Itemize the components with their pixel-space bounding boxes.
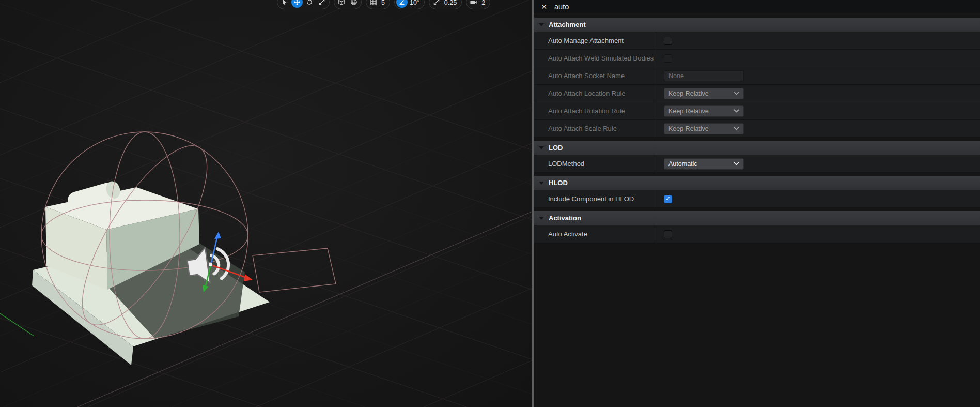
auto-attach-scale-rule-dropdown[interactable]: Keep Relative: [664, 123, 744, 134]
property-value: Keep Relative: [656, 120, 980, 137]
scale-tool-button[interactable]: [316, 0, 328, 8]
auto-attach-location-rule-dropdown[interactable]: Keep Relative: [664, 88, 744, 99]
rotation-snap-toggle-button[interactable]: [396, 0, 408, 8]
property-row-include-component-in-hlod: Include Component in HLOD✓: [534, 190, 980, 208]
property-value: Automatic: [656, 155, 980, 172]
section-attachment: AttachmentAuto Manage AttachmentAuto Att…: [534, 18, 980, 138]
unreal-editor-window: 510°0.252 ✕ AttachmentAuto Manage Attach…: [0, 0, 980, 407]
transform-tools-group: [277, 0, 330, 9]
grid-snap-value[interactable]: 5: [380, 0, 388, 6]
viewport-3d[interactable]: 510°0.252: [0, 0, 532, 407]
property-row-auto-manage-attachment: Auto Manage Attachment: [534, 32, 980, 50]
section-header-hlod[interactable]: HLOD: [534, 176, 980, 190]
section-header-attachment[interactable]: Attachment: [534, 18, 980, 32]
grid-snap-group: 5: [366, 0, 390, 9]
section-header-lod[interactable]: LOD: [534, 141, 980, 155]
property-value: ✓: [656, 190, 980, 207]
world-space-toggle-button[interactable]: [348, 0, 360, 8]
property-label: Auto Attach Weld Simulated Bodies: [534, 50, 656, 67]
camera-speed-button[interactable]: [468, 0, 479, 8]
details-search-input[interactable]: [554, 3, 975, 11]
section-lod: LODLODMethodAutomatic: [534, 141, 980, 173]
camera-speed-value[interactable]: 2: [480, 0, 488, 6]
property-label: Include Component in HLOD: [534, 190, 656, 207]
rotation-snap-value[interactable]: 10°: [409, 0, 423, 6]
rotation-snap-group: 10°: [394, 0, 425, 9]
details-search-bar: ✕: [534, 0, 980, 13]
property-row-auto-attach-rotation-rule: Auto Attach Rotation RuleKeep Relative: [534, 102, 980, 120]
property-label: Auto Attach Scale Rule: [534, 120, 656, 137]
scale-snap-toggle-button[interactable]: [431, 0, 442, 8]
property-label: Auto Attach Rotation Rule: [534, 102, 656, 119]
auto-manage-attachment-checkbox[interactable]: [664, 37, 672, 45]
property-row-auto-attach-location-rule: Auto Attach Location RuleKeep Relative: [534, 85, 980, 102]
scale-snap-group: 0.25: [429, 0, 462, 9]
select-tool-button[interactable]: [279, 0, 290, 8]
property-row-auto-attach-socket-name: Auto Attach Socket NameNone: [534, 67, 980, 85]
auto-attach-rotation-rule-dropdown[interactable]: Keep Relative: [664, 105, 744, 117]
move-tool-button[interactable]: [291, 0, 303, 8]
property-label: Auto Manage Attachment: [534, 32, 656, 49]
collapse-arrow-icon: [539, 182, 544, 185]
chevron-down-icon: [734, 92, 739, 95]
property-row-lodmethod: LODMethodAutomatic: [534, 155, 980, 173]
snap-space-group: [334, 0, 362, 9]
section-activation: ActivationAuto Activate: [534, 211, 980, 243]
property-sections: AttachmentAuto Manage AttachmentAuto Att…: [534, 18, 980, 243]
include-component-in-hlod-checkbox[interactable]: ✓: [664, 195, 672, 203]
dropdown-value: Automatic: [668, 160, 697, 168]
auto-activate-checkbox[interactable]: [664, 230, 672, 238]
chevron-down-icon: [734, 162, 739, 165]
dropdown-value: Keep Relative: [668, 90, 709, 97]
chevron-down-icon: [734, 109, 739, 113]
auto-attach-socket-name-field[interactable]: None: [664, 70, 744, 81]
section-title: HLOD: [549, 179, 568, 187]
section-title: Activation: [549, 214, 581, 222]
lodmethod-dropdown[interactable]: Automatic: [664, 158, 744, 170]
property-row-auto-attach-scale-rule: Auto Attach Scale RuleKeep Relative: [534, 120, 980, 138]
auto-attach-weld-simulated-bodies-checkbox[interactable]: [664, 54, 672, 63]
property-value: Keep Relative: [656, 102, 980, 119]
clear-search-icon[interactable]: ✕: [539, 3, 549, 10]
surface-snapping-button[interactable]: [336, 0, 347, 8]
section-header-activation[interactable]: Activation: [534, 211, 980, 225]
collapse-arrow-icon: [539, 23, 544, 26]
collapse-arrow-icon: [539, 217, 544, 220]
details-panel: ✕ AttachmentAuto Manage AttachmentAuto A…: [534, 0, 980, 407]
property-label: Auto Attach Location Rule: [534, 85, 656, 102]
property-label: Auto Activate: [534, 225, 656, 243]
section-title: Attachment: [549, 21, 586, 28]
grid-snap-toggle-button[interactable]: [368, 0, 379, 8]
gizmo-center-handle[interactable]: [209, 263, 212, 266]
dropdown-value: Keep Relative: [668, 125, 709, 132]
property-label: LODMethod: [534, 155, 656, 172]
rotate-tool-button[interactable]: [304, 0, 315, 8]
property-value: Keep Relative: [656, 85, 980, 102]
property-row-auto-attach-weld-simulated-bodies: Auto Attach Weld Simulated Bodies: [534, 50, 980, 67]
viewport-toolbar: 510°0.252: [277, 0, 490, 9]
chevron-down-icon: [734, 127, 739, 130]
section-title: LOD: [549, 144, 563, 152]
property-value: [656, 225, 980, 243]
property-row-auto-activate: Auto Activate: [534, 225, 980, 243]
scale-snap-value[interactable]: 0.25: [443, 0, 460, 6]
viewport-scene: [0, 0, 532, 407]
dropdown-value: Keep Relative: [668, 108, 709, 115]
property-value: [656, 50, 980, 67]
property-label: Auto Attach Socket Name: [534, 67, 656, 84]
property-value: [656, 32, 980, 49]
property-value: None: [656, 67, 980, 84]
collapse-arrow-icon: [539, 146, 544, 149]
camera-speed-group: 2: [466, 0, 490, 9]
section-hlod: HLODInclude Component in HLOD✓: [534, 176, 980, 208]
